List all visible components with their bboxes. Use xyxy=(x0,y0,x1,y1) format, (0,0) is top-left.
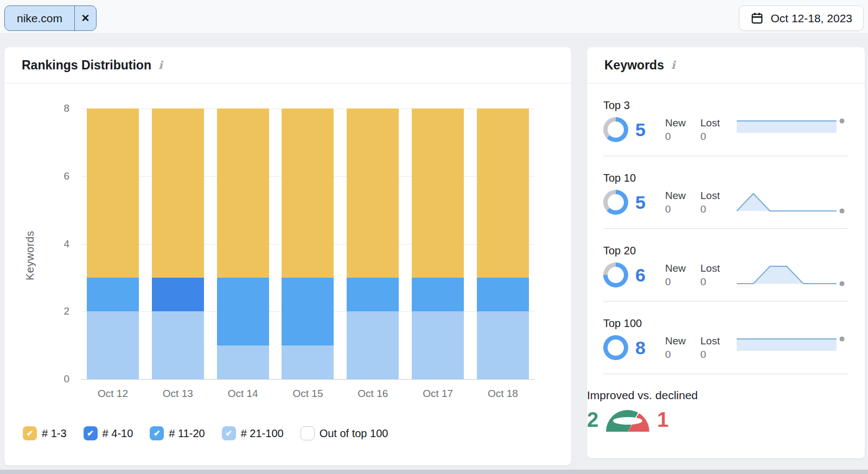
legend-item-1-3[interactable]: ✔# 1-3 xyxy=(23,426,67,440)
checkbox-unchecked-icon[interactable] xyxy=(301,426,315,440)
bar-segment-1-3[interactable] xyxy=(217,108,269,278)
new-value: 0 xyxy=(665,349,691,361)
sparkline-end-dot xyxy=(840,281,845,286)
lost-column: Lost0 xyxy=(700,335,726,361)
bottom-strip xyxy=(0,470,868,474)
sparkline-end-dot xyxy=(840,337,845,342)
bar-segment-1-3[interactable] xyxy=(282,108,334,278)
legend-label: # 21-100 xyxy=(241,427,284,440)
improved-vs-declined-gauge-row: 2 1 xyxy=(587,409,865,432)
checkbox-checked-icon[interactable]: ✔ xyxy=(84,426,98,440)
legend-label: # 1-3 xyxy=(42,427,67,440)
new-label: New xyxy=(665,262,691,274)
legend-item-11-20[interactable]: ✔# 11-20 xyxy=(150,426,205,440)
lost-label: Lost xyxy=(700,335,726,347)
x-tick-label: Oct 17 xyxy=(411,388,465,400)
keyword-donut xyxy=(603,190,628,215)
checkbox-checked-icon[interactable]: ✔ xyxy=(23,426,37,440)
keywords-card-header: Keywords i xyxy=(587,47,865,84)
new-label: New xyxy=(665,117,691,129)
improved-vs-declined-label: Improved vs. declined xyxy=(587,389,865,402)
keyword-row-label: Top 20 xyxy=(603,245,847,257)
sparkline-end-dot xyxy=(840,119,845,124)
improved-vs-declined-section: Improved vs. declined 2 1 xyxy=(587,374,865,432)
keyword-donut xyxy=(603,262,628,287)
bar-segment-11-20[interactable] xyxy=(347,278,399,311)
x-tick-label: Oct 13 xyxy=(151,388,205,400)
y-tick-label: 0 xyxy=(48,374,69,385)
checkbox-checked-icon[interactable]: ✔ xyxy=(150,426,164,440)
lost-value: 0 xyxy=(700,131,726,143)
new-value: 0 xyxy=(665,276,691,288)
keyword-row-line: 5New0Lost0 xyxy=(603,117,847,143)
bar-segment-4-10[interactable] xyxy=(152,278,204,311)
bar-segment-21-100[interactable] xyxy=(477,311,529,379)
bar-segment-21-100[interactable] xyxy=(282,345,334,379)
legend-label: # 11-20 xyxy=(169,427,205,440)
bar-segment-1-3[interactable] xyxy=(477,108,529,278)
bar-segment-1-3[interactable] xyxy=(152,108,204,278)
bar-segment-21-100[interactable] xyxy=(87,311,139,379)
bar-segment-11-20[interactable] xyxy=(477,278,529,311)
bar-segment-11-20[interactable] xyxy=(217,278,269,345)
keywords-card: Keywords i Top 35New0Lost0Top 105New0Los… xyxy=(587,47,865,458)
keywords-card-title: Keywords xyxy=(604,58,664,73)
rankings-chart: Keywords 02468Oct 12Oct 13Oct 14Oct 15Oc… xyxy=(4,47,571,465)
legend-label: # 4-10 xyxy=(103,427,133,440)
new-label: New xyxy=(665,335,691,347)
lost-column: Lost0 xyxy=(700,117,726,143)
lost-label: Lost xyxy=(700,117,726,129)
x-axis-line xyxy=(81,379,534,380)
keyword-donut xyxy=(603,335,628,360)
new-label: New xyxy=(665,190,691,202)
keyword-row-top100: Top 1008New0Lost0 xyxy=(603,302,847,374)
donut-hole xyxy=(608,340,624,356)
legend-item-21-100[interactable]: ✔# 21-100 xyxy=(222,426,284,440)
x-tick-label: Oct 18 xyxy=(476,388,530,400)
checkbox-checked-icon[interactable]: ✔ xyxy=(222,426,236,440)
new-column: New0 xyxy=(665,262,691,288)
improved-declined-gauge xyxy=(606,410,649,432)
bar-segment-1-3[interactable] xyxy=(347,108,399,278)
keyword-row-top3: Top 35New0Lost0 xyxy=(603,84,847,156)
keyword-count: 5 xyxy=(635,119,665,140)
legend-item-4-10[interactable]: ✔# 4-10 xyxy=(84,426,133,440)
bar-segment-21-100[interactable] xyxy=(152,311,204,379)
domain-chip[interactable]: nike.com ✕ xyxy=(4,5,97,31)
lost-label: Lost xyxy=(700,190,726,202)
keyword-count: 8 xyxy=(635,337,665,358)
close-icon[interactable]: ✕ xyxy=(74,6,96,30)
sparkline-end-dot xyxy=(840,209,845,214)
keyword-row-label: Top 3 xyxy=(603,99,847,112)
donut-hole xyxy=(608,194,624,210)
bar-segment-1-3[interactable] xyxy=(87,108,139,278)
bar-segment-21-100[interactable] xyxy=(217,345,269,379)
legend-item-outoftop100[interactable]: Out of top 100 xyxy=(301,426,388,440)
new-column: New0 xyxy=(665,190,691,215)
legend-label: Out of top 100 xyxy=(320,427,388,440)
bar-segment-1-3[interactable] xyxy=(412,108,464,278)
x-tick-label: Oct 14 xyxy=(216,388,270,400)
keyword-row-top10: Top 105New0Lost0 xyxy=(603,156,847,229)
bar-segment-11-20[interactable] xyxy=(87,278,139,311)
keyword-sparkline xyxy=(736,117,847,143)
new-column: New0 xyxy=(665,117,691,143)
bar-segment-21-100[interactable] xyxy=(412,311,464,379)
bar-segment-11-20[interactable] xyxy=(282,278,334,345)
chart-legend: ✔# 1-3✔# 4-10✔# 11-20✔# 21-100Out of top… xyxy=(23,425,388,441)
keyword-sparkline xyxy=(736,189,847,215)
bar-segment-21-100[interactable] xyxy=(347,311,399,379)
new-value: 0 xyxy=(665,131,691,143)
x-tick-label: Oct 12 xyxy=(86,388,140,400)
y-tick-label: 4 xyxy=(48,239,69,249)
info-icon[interactable]: i xyxy=(669,59,677,72)
keyword-row-label: Top 100 xyxy=(603,317,847,330)
keyword-row-label: Top 10 xyxy=(603,172,847,184)
donut-hole xyxy=(608,267,624,283)
lost-value: 0 xyxy=(700,349,726,361)
lost-column: Lost0 xyxy=(700,190,726,215)
improved-count: 2 xyxy=(587,409,598,431)
keywords-rows: Top 35New0Lost0Top 105New0Lost0Top 206Ne… xyxy=(587,84,865,374)
date-range-picker[interactable]: Oct 12-18, 2023 xyxy=(739,5,864,31)
bar-segment-11-20[interactable] xyxy=(412,278,464,311)
